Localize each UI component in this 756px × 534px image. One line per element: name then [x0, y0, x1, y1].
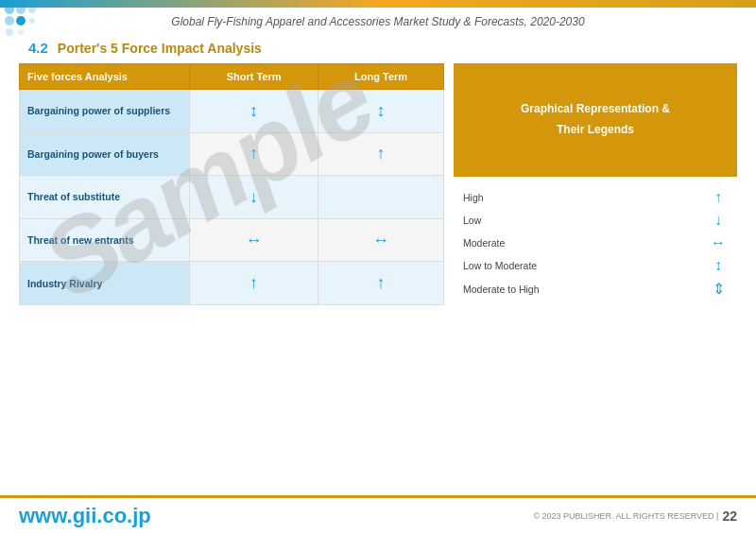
svg-point-3 [16, 16, 26, 26]
row-short-1: ↑ [190, 132, 318, 176]
table-row: Bargaining power of suppliers↕↕ [20, 90, 444, 133]
row-short-2: ↓ [190, 176, 318, 219]
table-row: Industry Rivalry↑↑ [20, 262, 444, 305]
legend-arrow-3: ↕ [709, 257, 728, 274]
main-content: Sample Five forces Analysis Short Term L… [0, 63, 756, 305]
col-header-forces: Five forces Analysis [20, 64, 190, 90]
gold-info-box: Graphical Representation & Their Legends [454, 63, 737, 177]
legend-label-1: Low [463, 215, 701, 226]
col-header-long: Long Term [318, 64, 444, 90]
row-long-2 [318, 176, 444, 219]
svg-point-0 [5, 5, 14, 14]
table-row: Bargaining power of buyers↑↑ [20, 132, 444, 176]
legend-label-3: Low to Moderate [463, 260, 701, 271]
footer-page-number: 22 [722, 508, 737, 524]
legend-box: High↑Low↓Moderate↔Low to Moderate↕Modera… [454, 177, 737, 305]
row-short-4: ↑ [190, 262, 318, 305]
gold-box-line2: Their Legends [468, 120, 723, 141]
row-long-0: ↕ [318, 90, 444, 133]
corner-decoration [0, 0, 57, 57]
legend-arrow-0: ↑ [709, 189, 728, 206]
row-label-3: Threat of new entrants [20, 218, 190, 262]
section-title-row: 4.2 Porter's 5 Force Impact Analysis [0, 34, 756, 63]
row-long-3: ↔ [318, 218, 444, 262]
row-short-0: ↕ [190, 90, 318, 133]
svg-point-4 [28, 6, 36, 13]
legend-arrow-4: ⇕ [709, 280, 728, 298]
page-header: Global Fly-Fishing Apparel and Accessori… [0, 8, 756, 34]
row-label-4: Industry Rivalry [20, 262, 190, 305]
col-header-short: Short Term [190, 64, 318, 90]
footer: www.gii.co.jp © 2023 PUBLISHER. ALL RIGH… [0, 495, 756, 534]
row-label-1: Bargaining power of buyers [20, 132, 190, 176]
header-title: Global Fly-Fishing Apparel and Accessori… [171, 15, 584, 28]
footer-logo: www.gii.co.jp [19, 504, 151, 528]
svg-point-2 [5, 16, 14, 26]
table-row: Threat of substitute↓ [20, 176, 444, 219]
row-long-1: ↑ [318, 132, 444, 176]
legend-item-3: Low to Moderate↕ [463, 254, 728, 277]
svg-point-5 [6, 28, 13, 36]
top-decorative-bar [0, 0, 756, 8]
legend-arrow-1: ↓ [709, 212, 728, 229]
svg-point-1 [16, 5, 26, 14]
svg-point-6 [29, 18, 35, 24]
table-row: Threat of new entrants↔↔ [20, 218, 444, 262]
table-header-row: Five forces Analysis Short Term Long Ter… [20, 64, 444, 90]
row-short-3: ↔ [190, 218, 318, 262]
legend-label-0: High [463, 192, 701, 203]
legend-label-4: Moderate to High [463, 284, 701, 295]
porter-table: Five forces Analysis Short Term Long Ter… [19, 63, 444, 305]
legend-item-1: Low↓ [463, 209, 728, 232]
legend-item-0: High↑ [463, 186, 728, 209]
right-panel: Graphical Representation & Their Legends… [454, 63, 737, 305]
legend-item-4: Moderate to High⇕ [463, 277, 728, 301]
legend-label-2: Moderate [463, 237, 701, 249]
gold-box-line1: Graphical Representation & [468, 99, 723, 120]
row-long-4: ↑ [318, 262, 444, 305]
footer-copyright: © 2023 PUBLISHER. ALL RIGHTS RESERVED | [533, 511, 718, 521]
row-label-2: Threat of substitute [20, 176, 190, 219]
svg-point-7 [18, 29, 24, 35]
section-heading: Porter's 5 Force Impact Analysis [58, 41, 262, 56]
row-label-0: Bargaining power of suppliers [20, 90, 190, 133]
legend-arrow-2: ↔ [709, 234, 728, 251]
legend-item-2: Moderate↔ [463, 232, 728, 254]
